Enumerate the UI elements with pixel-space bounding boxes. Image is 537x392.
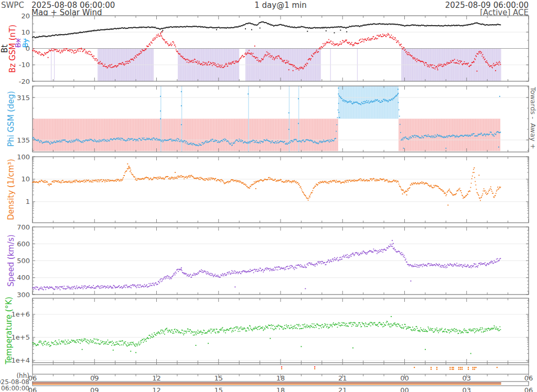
svg-text:300: 300 bbox=[17, 291, 30, 299]
hour-label-row1: 06 bbox=[524, 374, 533, 382]
panel-phi: 315135 bbox=[17, 86, 529, 152]
svg-text:1e+6: 1e+6 bbox=[12, 310, 30, 318]
hour-label-row1: 21 bbox=[338, 374, 347, 382]
swpc-solar-wind-plot: { "header": { "source": "SWPC", "start_t… bbox=[0, 0, 537, 392]
hour-label-row1: 18 bbox=[276, 374, 285, 382]
svg-text:1e+5: 1e+5 bbox=[12, 333, 30, 341]
plot-canvas: 20100-10-203151351001017006005004003001e… bbox=[0, 0, 537, 392]
svg-text:-20: -20 bbox=[19, 78, 30, 85]
hour-label-row2: 06 bbox=[28, 386, 37, 392]
hour-label-row1: 15 bbox=[214, 374, 223, 382]
hour-label-row2: 00 bbox=[400, 386, 409, 392]
svg-text:1: 1 bbox=[26, 198, 30, 205]
svg-text:600: 600 bbox=[17, 240, 30, 248]
panel-speed: 700600500400300 bbox=[17, 223, 529, 299]
panel-temperature: 1e+61e+51e+4 bbox=[12, 298, 529, 364]
hour-label-row1: 12 bbox=[152, 374, 161, 382]
svg-text:-10: -10 bbox=[19, 61, 30, 69]
svg-text:20: 20 bbox=[21, 12, 30, 20]
svg-text:0: 0 bbox=[26, 45, 30, 52]
hour-label-row1: 09 bbox=[90, 374, 99, 382]
hour-label-row2: 15 bbox=[214, 386, 223, 392]
availability-bar bbox=[33, 382, 529, 386]
svg-text:135: 135 bbox=[17, 136, 30, 144]
svg-text:700: 700 bbox=[17, 223, 30, 231]
hour-label-row1: 00 bbox=[400, 374, 409, 382]
svg-text:500: 500 bbox=[17, 257, 30, 265]
svg-text:10: 10 bbox=[21, 28, 30, 36]
panel-mag: 20100-10-20 bbox=[19, 12, 529, 85]
svg-text:1e+4: 1e+4 bbox=[12, 356, 30, 364]
svg-text:400: 400 bbox=[17, 274, 30, 281]
hour-label-row2: 09 bbox=[90, 386, 99, 392]
hour-label-row1: 03 bbox=[462, 374, 471, 382]
svg-text:100: 100 bbox=[17, 153, 30, 161]
svg-text:10: 10 bbox=[21, 175, 30, 183]
hour-label-row1: 06 bbox=[28, 374, 37, 382]
flag-strip bbox=[33, 365, 529, 374]
hour-label-row2: 03 bbox=[462, 386, 471, 392]
svg-text:315: 315 bbox=[17, 94, 30, 102]
hour-label-row2: 18 bbox=[276, 386, 285, 392]
hour-label-row2: 12 bbox=[152, 386, 161, 392]
panel-density: 100101 bbox=[17, 153, 529, 223]
hour-label-row2: 06 bbox=[524, 386, 533, 392]
hour-label-row2: 21 bbox=[338, 386, 347, 392]
